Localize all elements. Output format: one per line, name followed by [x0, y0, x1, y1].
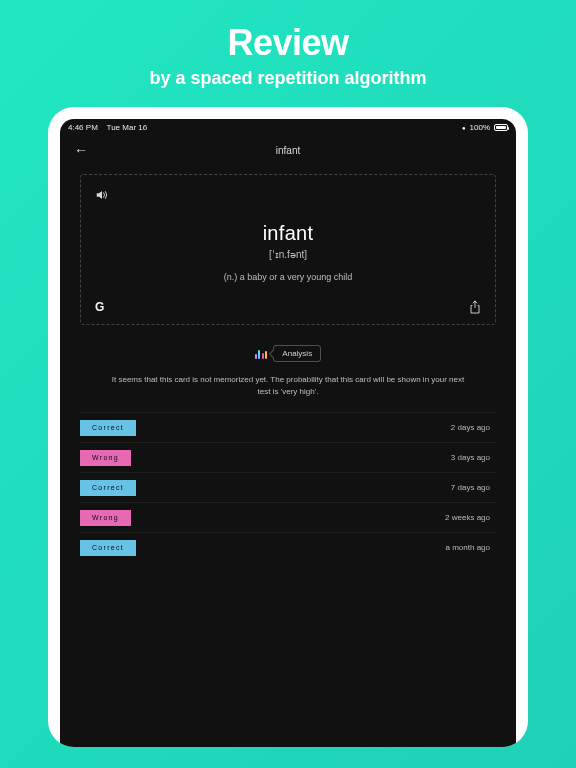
analysis-summary: It seems that this card is not memorized…	[80, 374, 496, 398]
history-row: Correct2 days ago	[80, 412, 496, 442]
status-left: 4:46 PM Tue Mar 16	[68, 123, 147, 132]
status-date: Tue Mar 16	[107, 123, 148, 132]
result-pill-wrong: Wrong	[80, 450, 131, 466]
history-row: Correcta month ago	[80, 532, 496, 562]
history-when: a month ago	[446, 543, 490, 552]
analysis-button[interactable]: Analysis	[273, 345, 321, 362]
speaker-icon[interactable]	[95, 189, 109, 204]
history-row: Wrong2 weeks ago	[80, 502, 496, 532]
card-footer: G	[95, 300, 481, 314]
promo-background: Review by a spaced repetition algorithm …	[0, 0, 576, 768]
history-list: Correct2 days agoWrong3 days agoCorrect7…	[80, 412, 496, 562]
promo-subtitle: by a spaced repetition algorithm	[149, 68, 426, 89]
share-icon[interactable]	[469, 300, 481, 314]
nav-bar: ← infant	[60, 136, 516, 164]
history-when: 7 days ago	[451, 483, 490, 492]
history-row: Correct7 days ago	[80, 472, 496, 502]
history-row: Wrong3 days ago	[80, 442, 496, 472]
word-block: infant [ˈɪn.fənt] (n.) a baby or a very …	[95, 222, 481, 282]
page-title: infant	[276, 145, 300, 156]
google-icon[interactable]: G	[95, 300, 104, 314]
history-when: 3 days ago	[451, 453, 490, 462]
status-bar: 4:46 PM Tue Mar 16 100%	[60, 119, 516, 136]
battery-icon	[494, 124, 508, 131]
battery-percent: 100%	[470, 123, 490, 132]
result-pill-wrong: Wrong	[80, 510, 131, 526]
flashcard: infant [ˈɪn.fənt] (n.) a baby or a very …	[80, 174, 496, 325]
promo-title: Review	[227, 22, 348, 64]
history-when: 2 days ago	[451, 423, 490, 432]
analysis-row: Analysis	[80, 345, 496, 362]
app-screen: 4:46 PM Tue Mar 16 100% ← infant	[60, 119, 516, 747]
back-button[interactable]: ←	[74, 143, 88, 157]
wifi-icon	[462, 123, 466, 132]
word-text: infant	[95, 222, 481, 245]
word-ipa: [ˈɪn.fənt]	[95, 249, 481, 260]
result-pill-correct: Correct	[80, 540, 136, 556]
analysis-bars-icon	[255, 349, 268, 359]
history-when: 2 weeks ago	[445, 513, 490, 522]
status-time: 4:46 PM	[68, 123, 98, 132]
status-right: 100%	[462, 123, 508, 132]
result-pill-correct: Correct	[80, 480, 136, 496]
tablet-frame: 4:46 PM Tue Mar 16 100% ← infant	[48, 107, 528, 747]
result-pill-correct: Correct	[80, 420, 136, 436]
word-definition: (n.) a baby or a very young child	[95, 272, 481, 282]
content-area: infant [ˈɪn.fənt] (n.) a baby or a very …	[60, 164, 516, 747]
